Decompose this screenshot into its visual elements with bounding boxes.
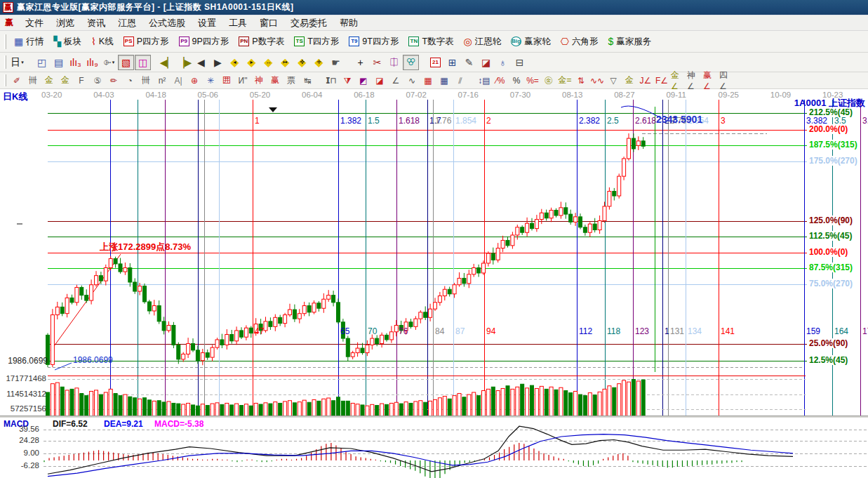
percent-level-tool[interactable]: %=	[525, 74, 540, 87]
next-bar-button[interactable]: ▶	[210, 55, 226, 70]
cycle-clock-tool[interactable]: ◔	[122, 74, 138, 87]
chart-canvas[interactable]	[0, 89, 868, 478]
f-angle-tool[interactable]: F∠	[654, 74, 669, 87]
spiral-tool[interactable]: ⑤	[90, 74, 105, 87]
kline-button[interactable]: ⌇K线	[86, 34, 119, 50]
menu-item-公式选股[interactable]: 公式选股	[142, 15, 192, 31]
fan-box2-tool[interactable]: ◪	[372, 74, 387, 87]
four-angle-tool[interactable]: 四∠	[719, 74, 734, 87]
square-grid-tool[interactable]: 囲	[219, 74, 234, 87]
menu-item-窗口[interactable]: 窗口	[253, 15, 284, 31]
shen-angle-tool[interactable]: 神∠	[686, 74, 702, 87]
jump-last-button[interactable]: ▕▶	[176, 55, 192, 70]
bars-3-icon[interactable]: ılı₃	[67, 55, 84, 70]
ticket-grid-tool[interactable]: 票	[283, 74, 299, 87]
pane-splitter[interactable]	[0, 416, 868, 418]
gold-circle-tool[interactable]: ㊎	[541, 74, 556, 87]
expand-h-diamond-button[interactable]: ◆↔	[260, 55, 276, 70]
bars-9-icon[interactable]: ılı₉	[84, 55, 100, 70]
toolbar-grip[interactable]	[4, 74, 6, 86]
crosshair-button[interactable]: +	[352, 55, 368, 70]
sort-pen-tool[interactable]: ⇅	[573, 74, 589, 87]
quotes-button[interactable]: ▦行情	[9, 34, 48, 50]
winner-service-button[interactable]: $赢家服务	[603, 34, 657, 50]
print-button[interactable]: ⊟	[512, 55, 528, 70]
brush-tool[interactable]: ✏	[106, 74, 121, 87]
n-wave-tool[interactable]: И"	[235, 74, 251, 87]
fan-box-tool[interactable]: ◩	[356, 74, 371, 87]
shen-grid-tool[interactable]: 神	[251, 74, 267, 87]
j-angle-tool[interactable]: J∠	[638, 74, 653, 87]
toolbar-grip[interactable]	[4, 55, 6, 69]
gold-angle-tool[interactable]: 金∠	[670, 74, 686, 87]
menu-item-设置[interactable]: 设置	[192, 15, 222, 31]
web-button[interactable]: ♁	[495, 55, 511, 70]
grid-red-tool[interactable]: ▦	[420, 74, 436, 87]
chart-area[interactable]: 日K线 03-2004-0304-1805-0605-2006-0406-180…	[0, 89, 868, 478]
span-measure-tool[interactable]: ↹	[300, 74, 315, 87]
box-tool[interactable]: 𝗜⊓	[323, 74, 339, 87]
t-square-button[interactable]: TST四方形	[289, 34, 344, 50]
info-panel-icon[interactable]: ▤	[51, 55, 67, 70]
color-histogram-icon[interactable]: ◫	[135, 55, 151, 70]
erase-button[interactable]: ✂	[369, 55, 385, 70]
menu-item-工具[interactable]: 工具	[222, 15, 253, 31]
menu-item-交易委托[interactable]: 交易委托	[284, 15, 333, 31]
wave-band-tool[interactable]: ∿∿	[589, 74, 605, 87]
wave-tool[interactable]: ∿	[404, 74, 420, 87]
t-table-button[interactable]: TNT数字表	[403, 34, 458, 50]
9p-square-button[interactable]: P99P四方形	[174, 34, 234, 50]
9t-square-button[interactable]: T99T四方形	[344, 34, 403, 50]
circle-cross-tool[interactable]: ⊕	[187, 74, 202, 87]
hexagon-button[interactable]: ⎔六角形	[556, 34, 603, 50]
percent-line-tool[interactable]: ⁄%	[493, 74, 508, 87]
parallel-tool[interactable]: ⫽	[453, 74, 468, 87]
p-table-button[interactable]: PNP数字表	[234, 34, 289, 50]
bind-bars-tool[interactable]: ↕▤	[476, 74, 492, 87]
calculator-button[interactable]: ⊞	[444, 55, 460, 70]
compress-h-diamond-button[interactable]: ◆↦	[277, 55, 293, 70]
flat-tool[interactable]: ▽	[606, 74, 621, 87]
kline-style-dropdown[interactable]: 日▾	[9, 55, 25, 70]
frame-tool-button[interactable]: ⎅	[386, 55, 402, 70]
flask-dropdown[interactable]: ⌱▾	[101, 55, 117, 70]
red-fan-tool[interactable]: ⧩	[340, 74, 355, 87]
menu-item-江恩[interactable]: 江恩	[112, 15, 142, 31]
gann-wheel-button[interactable]: ◎江恩轮	[459, 34, 507, 50]
notes-button[interactable]: ✎	[461, 55, 477, 70]
winner-wheel-button[interactable]: Big赢家轮	[506, 34, 556, 50]
menu-item-文件[interactable]: 文件	[19, 15, 50, 31]
gann-comb-tool[interactable]: 卌	[25, 74, 41, 87]
toolbar-grip[interactable]	[4, 34, 6, 49]
draw-pen-tool[interactable]: ✐	[9, 74, 25, 87]
a-line-tool[interactable]: A|	[171, 74, 186, 87]
jump-first-button[interactable]: ◀▏	[159, 55, 175, 70]
win-angle-tool[interactable]: 赢∠	[702, 74, 718, 87]
shift-right-diamond-button[interactable]: ◆▸	[243, 55, 260, 70]
menu-item-资讯[interactable]: 资讯	[81, 15, 112, 31]
gold-comb2-tool[interactable]: 金	[58, 74, 73, 87]
shift-left-diamond-button[interactable]: ◆◂	[227, 55, 243, 70]
compress-all-diamond-button[interactable]: ◆✜	[294, 55, 310, 70]
gold-level-tool[interactable]: 金=	[557, 74, 573, 87]
net-brain-button[interactable]: ꕢ	[403, 55, 419, 70]
angle-lines-tool[interactable]: ∠	[388, 74, 403, 87]
drag-hand-button[interactable]: ☛	[328, 55, 344, 70]
menu-item-帮助[interactable]: 帮助	[333, 15, 364, 31]
expand-all-diamond-button[interactable]: ◆✛	[311, 55, 327, 70]
win-grid-tool[interactable]: 赢	[267, 74, 283, 87]
region-select-icon[interactable]: ◰	[34, 55, 50, 70]
star-grid-tool[interactable]: ✳	[203, 74, 218, 87]
p-square-button[interactable]: PSP四方形	[119, 34, 174, 50]
save-button[interactable]: ◪	[478, 55, 494, 70]
prev-bar-button[interactable]: ◀	[193, 55, 209, 70]
percent-tool[interactable]: %	[509, 74, 524, 87]
draw-pattern-icon[interactable]: ▧	[118, 55, 134, 70]
grid-blue-tool[interactable]: ▦	[436, 74, 452, 87]
comb2-tool[interactable]: 卌	[138, 74, 154, 87]
gold-comb-tool[interactable]: 金	[41, 74, 57, 87]
n2-tool[interactable]: n²	[154, 74, 170, 87]
calendar-button[interactable]: 21	[427, 55, 443, 70]
sectors-button[interactable]: ▚板块	[48, 34, 86, 50]
menu-item-浏览[interactable]: 浏览	[50, 15, 81, 31]
